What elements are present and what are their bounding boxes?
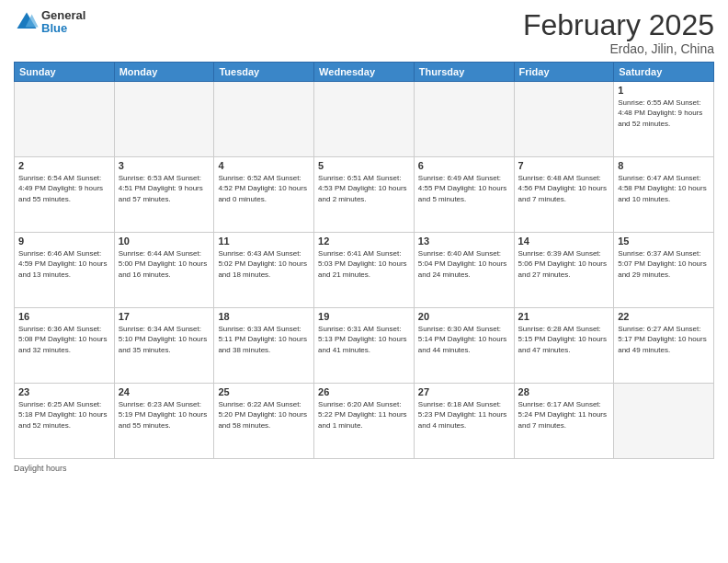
logo-text: General Blue [41,9,85,36]
day-info: Sunrise: 6:48 AM Sunset: 4:56 PM Dayligh… [518,173,610,204]
calendar-cell: 5Sunrise: 6:51 AM Sunset: 4:53 PM Daylig… [314,157,415,233]
calendar-cell: 2Sunrise: 6:54 AM Sunset: 4:49 PM Daylig… [15,157,115,233]
header: General Blue February 2025 Erdao, Jilin,… [14,9,714,56]
calendar-cell: 20Sunrise: 6:30 AM Sunset: 5:14 PM Dayli… [414,308,514,384]
calendar-week-row: 9Sunrise: 6:46 AM Sunset: 4:59 PM Daylig… [15,233,714,308]
day-info: Sunrise: 6:41 AM Sunset: 5:03 PM Dayligh… [318,248,410,280]
calendar-week-row: 1Sunrise: 6:55 AM Sunset: 4:48 PM Daylig… [15,82,714,157]
day-number: 11 [218,236,310,247]
calendar-week-row: 2Sunrise: 6:54 AM Sunset: 4:49 PM Daylig… [15,157,714,233]
calendar: SundayMondayTuesdayWednesdayThursdayFrid… [14,62,714,459]
day-number: 13 [418,236,510,247]
logo: General Blue [14,9,85,36]
day-info: Sunrise: 6:34 AM Sunset: 5:10 PM Dayligh… [119,324,210,355]
calendar-cell: 11Sunrise: 6:43 AM Sunset: 5:02 PM Dayli… [214,233,314,308]
footer-text: Daylight hours [14,464,67,473]
calendar-cell: 4Sunrise: 6:52 AM Sunset: 4:52 PM Daylig… [214,157,314,233]
day-info: Sunrise: 6:43 AM Sunset: 5:02 PM Dayligh… [218,248,310,280]
calendar-cell: 7Sunrise: 6:48 AM Sunset: 4:56 PM Daylig… [514,157,614,233]
calendar-cell: 21Sunrise: 6:28 AM Sunset: 5:15 PM Dayli… [514,308,614,384]
day-number: 1 [618,85,710,96]
calendar-cell: 14Sunrise: 6:39 AM Sunset: 5:06 PM Dayli… [514,233,614,308]
day-number: 19 [318,311,410,322]
day-number: 20 [418,311,510,322]
day-info: Sunrise: 6:30 AM Sunset: 5:14 PM Dayligh… [418,324,510,355]
day-number: 4 [218,160,310,171]
day-number: 8 [618,160,710,171]
day-info: Sunrise: 6:51 AM Sunset: 4:53 PM Dayligh… [318,173,410,204]
logo-blue-text: Blue [41,22,85,35]
day-number: 6 [418,160,510,171]
day-number: 12 [318,236,410,247]
day-info: Sunrise: 6:36 AM Sunset: 5:08 PM Dayligh… [18,324,110,355]
calendar-cell [514,82,614,157]
calendar-cell: 25Sunrise: 6:22 AM Sunset: 5:20 PM Dayli… [214,384,314,459]
day-number: 28 [518,386,610,397]
day-number: 22 [618,311,710,322]
calendar-day-header: Sunday [15,63,115,82]
day-info: Sunrise: 6:22 AM Sunset: 5:20 PM Dayligh… [218,399,310,431]
day-number: 3 [119,160,210,171]
month-title: February 2025 [523,9,714,41]
calendar-cell [15,82,115,157]
day-number: 5 [318,160,410,171]
calendar-cell: 6Sunrise: 6:49 AM Sunset: 4:55 PM Daylig… [414,157,514,233]
day-info: Sunrise: 6:37 AM Sunset: 5:07 PM Dayligh… [618,248,710,280]
calendar-day-header: Saturday [614,63,714,82]
calendar-cell: 3Sunrise: 6:53 AM Sunset: 4:51 PM Daylig… [114,157,214,233]
title-block: February 2025 Erdao, Jilin, China [523,9,714,56]
calendar-cell: 27Sunrise: 6:18 AM Sunset: 5:23 PM Dayli… [414,384,514,459]
calendar-cell [614,384,714,459]
day-info: Sunrise: 6:33 AM Sunset: 5:11 PM Dayligh… [218,324,310,355]
day-number: 26 [318,386,410,397]
day-info: Sunrise: 6:23 AM Sunset: 5:19 PM Dayligh… [119,399,210,431]
calendar-cell: 22Sunrise: 6:27 AM Sunset: 5:17 PM Dayli… [614,308,714,384]
calendar-cell: 28Sunrise: 6:17 AM Sunset: 5:24 PM Dayli… [514,384,614,459]
calendar-week-row: 16Sunrise: 6:36 AM Sunset: 5:08 PM Dayli… [15,308,714,384]
day-info: Sunrise: 6:53 AM Sunset: 4:51 PM Dayligh… [119,173,210,204]
calendar-cell [114,82,214,157]
calendar-cell: 18Sunrise: 6:33 AM Sunset: 5:11 PM Dayli… [214,308,314,384]
day-number: 24 [119,386,210,397]
day-info: Sunrise: 6:31 AM Sunset: 5:13 PM Dayligh… [318,324,410,355]
day-number: 15 [618,236,710,247]
calendar-cell: 8Sunrise: 6:47 AM Sunset: 4:58 PM Daylig… [614,157,714,233]
calendar-cell: 23Sunrise: 6:25 AM Sunset: 5:18 PM Dayli… [15,384,115,459]
calendar-day-header: Monday [114,63,214,82]
logo-icon [14,9,40,35]
day-number: 18 [218,311,310,322]
calendar-cell: 13Sunrise: 6:40 AM Sunset: 5:04 PM Dayli… [414,233,514,308]
calendar-week-row: 23Sunrise: 6:25 AM Sunset: 5:18 PM Dayli… [15,384,714,459]
calendar-cell: 1Sunrise: 6:55 AM Sunset: 4:48 PM Daylig… [614,82,714,157]
calendar-cell: 17Sunrise: 6:34 AM Sunset: 5:10 PM Dayli… [114,308,214,384]
day-info: Sunrise: 6:47 AM Sunset: 4:58 PM Dayligh… [618,173,710,204]
day-number: 27 [418,386,510,397]
day-number: 16 [18,311,110,322]
calendar-cell [414,82,514,157]
calendar-day-header: Tuesday [214,63,314,82]
calendar-header-row: SundayMondayTuesdayWednesdayThursdayFrid… [15,63,714,82]
calendar-cell: 12Sunrise: 6:41 AM Sunset: 5:03 PM Dayli… [314,233,415,308]
day-number: 21 [518,311,610,322]
calendar-day-header: Thursday [414,63,514,82]
day-info: Sunrise: 6:18 AM Sunset: 5:23 PM Dayligh… [418,399,510,431]
day-info: Sunrise: 6:20 AM Sunset: 5:22 PM Dayligh… [318,399,410,431]
day-info: Sunrise: 6:46 AM Sunset: 4:59 PM Dayligh… [18,248,110,280]
day-number: 9 [18,236,110,247]
calendar-cell: 19Sunrise: 6:31 AM Sunset: 5:13 PM Dayli… [314,308,415,384]
day-info: Sunrise: 6:40 AM Sunset: 5:04 PM Dayligh… [418,248,510,280]
day-number: 23 [18,386,110,397]
location: Erdao, Jilin, China [523,41,714,56]
day-info: Sunrise: 6:52 AM Sunset: 4:52 PM Dayligh… [218,173,310,204]
calendar-day-header: Wednesday [314,63,415,82]
calendar-cell: 15Sunrise: 6:37 AM Sunset: 5:07 PM Dayli… [614,233,714,308]
calendar-cell [314,82,415,157]
page: General Blue February 2025 Erdao, Jilin,… [0,0,728,563]
calendar-day-header: Friday [514,63,614,82]
calendar-cell: 10Sunrise: 6:44 AM Sunset: 5:00 PM Dayli… [114,233,214,308]
day-number: 10 [119,236,210,247]
day-info: Sunrise: 6:17 AM Sunset: 5:24 PM Dayligh… [518,399,610,431]
day-number: 7 [518,160,610,171]
day-info: Sunrise: 6:44 AM Sunset: 5:00 PM Dayligh… [119,248,210,280]
calendar-cell: 24Sunrise: 6:23 AM Sunset: 5:19 PM Dayli… [114,384,214,459]
